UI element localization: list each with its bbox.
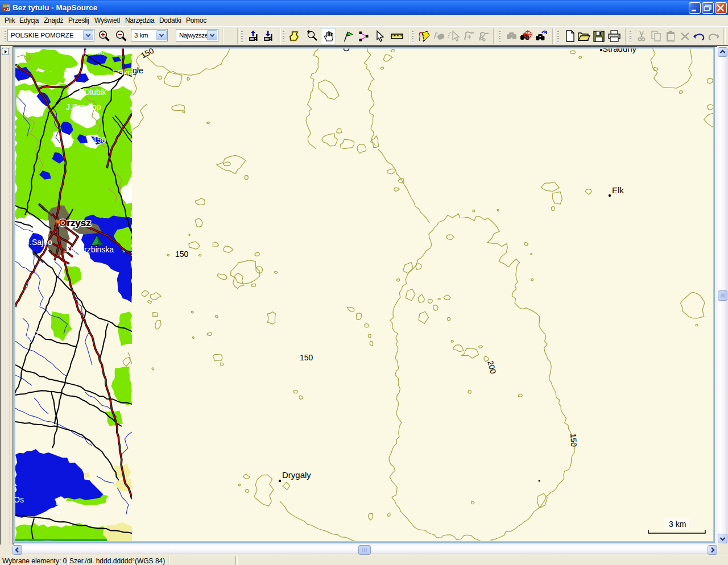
svg-text:Drygaly: Drygaly	[282, 470, 311, 480]
svg-text:J.Sajno: J.Sajno	[26, 238, 52, 247]
svg-text:Elk: Elk	[612, 185, 624, 195]
svg-text:gle: gle	[133, 66, 143, 75]
svg-text:J.Przykop: J.Przykop	[66, 102, 101, 111]
svg-text:3 km: 3 km	[669, 520, 686, 529]
svg-text:150: 150	[25, 330, 39, 339]
svg-text:150: 150	[93, 135, 106, 144]
svg-text:150: 150	[175, 250, 189, 259]
svg-text:150: 150	[300, 353, 313, 362]
svg-text:J.Wierzbinska: J.Wierzbinska	[64, 245, 114, 254]
svg-text:J.Dlubik: J.Dlubik	[78, 88, 107, 97]
svg-text:150: 150	[569, 433, 578, 447]
